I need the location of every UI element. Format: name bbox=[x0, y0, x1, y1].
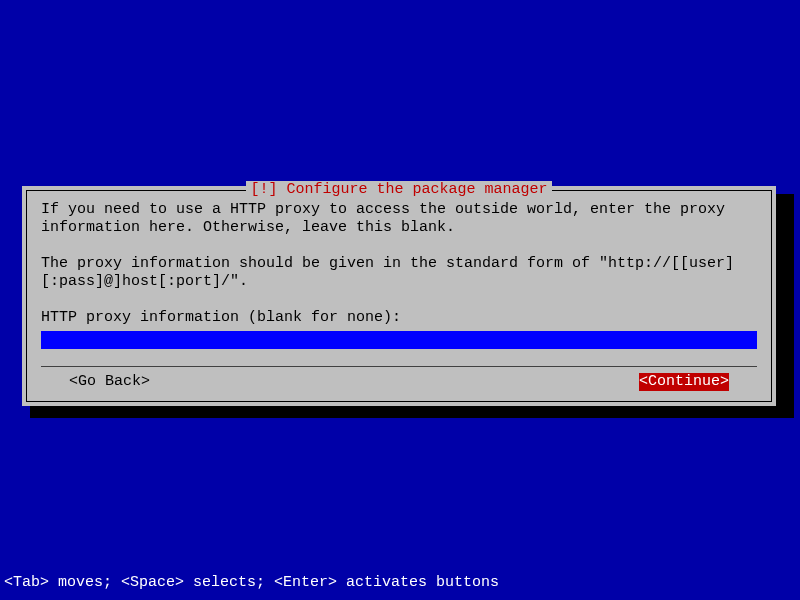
go-back-button[interactable]: <Go Back> bbox=[69, 373, 150, 391]
proxy-input[interactable] bbox=[41, 331, 757, 349]
dialog-frame: [!] Configure the package manager If you… bbox=[26, 190, 772, 402]
continue-button[interactable]: <Continue> bbox=[639, 373, 729, 391]
dialog-paragraph-2: The proxy information should be given in… bbox=[41, 255, 757, 291]
dialog-paragraph-1: If you need to use a HTTP proxy to acces… bbox=[41, 201, 757, 237]
dialog-title-bang: [!] bbox=[250, 181, 277, 198]
dialog-title-text: Configure the package manager bbox=[286, 181, 547, 198]
footer-hint: <Tab> moves; <Space> selects; <Enter> ac… bbox=[4, 574, 499, 592]
dialog-title: [!] Configure the package manager bbox=[246, 181, 551, 199]
dialog: [!] Configure the package manager If you… bbox=[22, 186, 776, 406]
button-row: <Go Back> <Continue> bbox=[41, 373, 757, 391]
proxy-input-underline: ________________________________________… bbox=[41, 353, 757, 367]
proxy-prompt: HTTP proxy information (blank for none): bbox=[41, 309, 757, 327]
dialog-title-wrap: [!] Configure the package manager bbox=[27, 181, 771, 199]
